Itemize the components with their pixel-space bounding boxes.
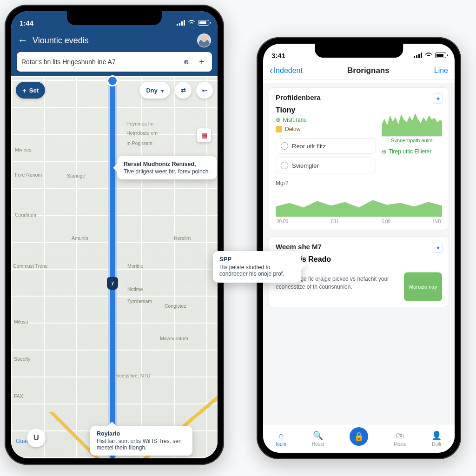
page-title: Viountic evedis (33, 36, 192, 46)
phone-right: 3:41 ‹ Indedent Brorignans Line Profilde… (257, 37, 461, 459)
callout-title: Rersel Mudhoniz Renised, (124, 161, 210, 167)
status-time: 3:41 (271, 52, 285, 60)
status-time: 1:44 (20, 19, 33, 27)
pill-icon-1[interactable]: ⇄ (175, 82, 192, 99)
pill-set[interactable]: + Set (16, 82, 45, 99)
card-header: Profildenbera (276, 93, 442, 101)
recenter-button[interactable]: U (27, 429, 46, 447)
radio-icon (281, 142, 288, 150)
nav-back-label: Indedent (274, 66, 303, 75)
map-callout[interactable]: Rersel Mudhoniz Renised, Tive driigest w… (117, 156, 217, 179)
battery-icon (435, 53, 446, 58)
tab-search[interactable]: 🔍 Houst (312, 430, 324, 447)
cross-popup[interactable]: SPP His pelate studted to condroeder his… (213, 251, 301, 283)
pill-label: Set (29, 87, 39, 94)
pill-icon-2[interactable]: ⤺ (196, 82, 213, 99)
callout-body: Tive driigest weer btr, forev poinch. (124, 168, 210, 175)
map-label: Mivines (15, 147, 32, 152)
map-label: Fore Runom (15, 172, 42, 178)
status-bar: 3:41 (263, 44, 455, 64)
phone-right-screen: 3:41 ‹ Indedent Brorignans Line Profilde… (263, 44, 455, 453)
map-label: Poyrimes Im (126, 121, 153, 126)
map-label: Milusa (14, 319, 28, 324)
wifi-icon (425, 53, 432, 58)
search-add-button[interactable]: + (196, 57, 207, 67)
card-sublink[interactable]: Ivisfuranu (276, 116, 376, 123)
callout-title: Roylario (97, 430, 186, 437)
chevron-left-icon: ‹ (270, 65, 273, 76)
map-label: Pocesshire, NTD (113, 373, 150, 378)
battery-icon (198, 20, 209, 26)
nav-action[interactable]: Line (434, 66, 448, 75)
phone-left: 1:44 ← Viountic evedis ⌾ + (5, 5, 224, 465)
sparkline-axis: 20.00 081 5.00 IND (276, 217, 442, 224)
plus-icon: + (22, 87, 26, 94)
search-input[interactable] (21, 58, 177, 66)
tab-label: Ioum (276, 442, 286, 447)
pill-dny[interactable]: Dny (139, 82, 170, 99)
card-profildenbera: Profildenbera ✦ Tiony Ivisfuranu Delow R… (269, 87, 449, 230)
map-label: Herelim (174, 235, 191, 241)
status-bar: 1:44 (11, 11, 218, 32)
nav-title: Brorignans (347, 66, 390, 75)
signal-icon (177, 20, 185, 26)
bag-icon: 🛍 (396, 431, 404, 441)
sparkline-caption: Svnnernpath aulra (382, 138, 442, 143)
map-container[interactable]: 7 ▦ Mivines Fore Runom Courfirani Commus… (11, 77, 218, 458)
map-layers-button[interactable]: ▦ (197, 128, 211, 142)
tab-profile[interactable]: 👤 Doilr (431, 430, 442, 447)
map-label: FAX (14, 393, 23, 399)
tab-label: Houst (312, 442, 324, 447)
popup-body: His pelate studted to condroeder his ono… (219, 264, 284, 277)
map-label: Sooofty (14, 356, 31, 362)
tab-center[interactable]: 🔒 (350, 432, 368, 446)
card-chip[interactable]: Morozio nay (404, 272, 442, 301)
signal-icon (414, 53, 422, 58)
tab-home[interactable]: ⌂ Ioum (276, 431, 286, 447)
map-label: Hetrrdoate om (126, 130, 158, 136)
map-callout[interactable]: Roylario Hisl fiart sunt urfis Wil IS Tr… (90, 426, 192, 456)
side-note[interactable]: Tirep uttic Ellieter. (382, 148, 442, 155)
map-label: Amunln (72, 235, 88, 241)
map-label: In Pogirsam (126, 140, 152, 146)
center-action-icon: 🔒 (350, 427, 368, 446)
tab-mesis[interactable]: 🛍 Mesis (394, 431, 406, 447)
home-icon: ⌂ (278, 431, 284, 441)
route-line (110, 77, 115, 458)
search-icon: 🔍 (313, 430, 323, 441)
route-shield-icon: 7 (107, 277, 118, 290)
pill-label: Dny (146, 87, 158, 94)
callout-body: Hisl fiart sunt urfis Wil IS Tres. sen m… (97, 438, 182, 451)
map-label: Mawnuratum (160, 336, 188, 341)
search-target-icon[interactable]: ⌾ (180, 56, 192, 68)
popup-title: SPP (219, 256, 295, 263)
card-action-icon[interactable]: ✦ (433, 243, 443, 253)
option-1[interactable]: Reor utlr flitz (276, 138, 376, 154)
tag-icon (276, 126, 282, 132)
phone-left-screen: 1:44 ← Viountic evedis ⌾ + (11, 11, 218, 458)
nav-bar: ‹ Indedent Brorignans Line (263, 64, 455, 80)
filter-pills-row: + Set Dny ⇄ ⤺ (16, 82, 213, 99)
map-label: Notime (127, 286, 143, 292)
card-title: Tiony (276, 106, 376, 114)
chevron-down-icon (160, 87, 164, 94)
search-bar[interactable]: ⌾ + (17, 52, 212, 72)
back-button[interactable]: ← (18, 34, 28, 46)
sparkline-2 (276, 186, 442, 217)
card-tag: Delow (276, 126, 300, 132)
map-label: Staringe (67, 173, 85, 178)
avatar[interactable] (197, 33, 211, 47)
card-action-icon[interactable]: ✦ (433, 93, 443, 104)
radio-icon (281, 162, 288, 169)
nav-back[interactable]: ‹ Indedent (270, 65, 303, 76)
mgr-label: Mgr? (276, 180, 442, 186)
nav-row: ← Viountic evedis (11, 32, 218, 52)
map-app-header: 1:44 ← Viountic evedis ⌾ + (11, 11, 218, 76)
map-label: Congistez (165, 303, 186, 309)
option-2[interactable]: Sviemgler (276, 158, 376, 173)
tab-label: Mesis (394, 442, 406, 447)
person-icon: 👤 (431, 430, 442, 441)
map-label: Courfirani (15, 212, 36, 218)
wifi-icon (188, 20, 195, 26)
map-label: Moriine (127, 263, 143, 269)
